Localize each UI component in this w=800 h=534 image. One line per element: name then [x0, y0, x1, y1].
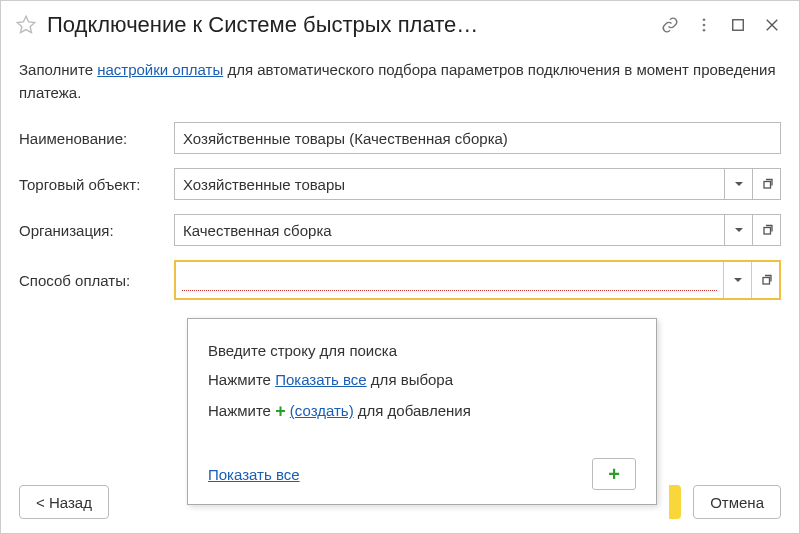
- svg-rect-4: [764, 182, 771, 189]
- dropdown-showall-hint: Нажмите Показать все для выбора: [208, 366, 636, 395]
- dropdown-showall-link[interactable]: Показать все: [275, 371, 367, 388]
- name-label: Наименование:: [19, 130, 174, 147]
- next-button-hidden[interactable]: [669, 485, 681, 519]
- payment-method-label: Способ оплаты:: [19, 272, 174, 289]
- window-title: Подключение к Системе быстрых плате…: [47, 12, 653, 38]
- back-button[interactable]: < Назад: [19, 485, 109, 519]
- favorite-star-icon[interactable]: [15, 14, 37, 36]
- org-dropdown-button[interactable]: [725, 214, 753, 246]
- trade-object-label: Торговый объект:: [19, 176, 174, 193]
- payment-settings-link[interactable]: настройки оплаты: [97, 61, 223, 78]
- svg-rect-6: [763, 278, 770, 285]
- trade-object-open-button[interactable]: [753, 168, 781, 200]
- dropdown-footer-showall-link[interactable]: Показать все: [208, 466, 300, 483]
- link-icon[interactable]: [653, 8, 687, 42]
- trade-object-input[interactable]: [174, 168, 725, 200]
- svg-point-1: [703, 24, 706, 27]
- org-input[interactable]: [174, 214, 725, 246]
- dropdown-create-link[interactable]: (создать): [290, 402, 354, 419]
- trade-object-dropdown-button[interactable]: [725, 168, 753, 200]
- payment-method-dropdown-button[interactable]: [723, 262, 751, 298]
- instruction-text: Заполните настройки оплаты для автоматич…: [19, 59, 781, 104]
- org-open-button[interactable]: [753, 214, 781, 246]
- svg-rect-5: [764, 228, 771, 235]
- dropdown-search-hint: Введите строку для поиска: [208, 337, 636, 366]
- dropdown-create-hint: Нажмите + (создать) для добавления: [208, 394, 636, 428]
- dropdown-add-button[interactable]: +: [592, 458, 636, 490]
- svg-rect-3: [733, 20, 744, 31]
- svg-point-0: [703, 18, 706, 21]
- plus-icon: +: [608, 464, 620, 484]
- payment-method-open-button[interactable]: [751, 262, 779, 298]
- org-label: Организация:: [19, 222, 174, 239]
- payment-method-dropdown-popup: Введите строку для поиска Нажмите Показа…: [187, 318, 657, 505]
- name-input[interactable]: [174, 122, 781, 154]
- close-icon[interactable]: [755, 8, 789, 42]
- plus-icon: +: [275, 401, 286, 421]
- instruction-prefix: Заполните: [19, 61, 97, 78]
- more-menu-icon[interactable]: [687, 8, 721, 42]
- cancel-button[interactable]: Отмена: [693, 485, 781, 519]
- payment-method-field: [174, 260, 781, 300]
- svg-point-2: [703, 29, 706, 32]
- maximize-icon[interactable]: [721, 8, 755, 42]
- payment-method-input[interactable]: [182, 269, 717, 291]
